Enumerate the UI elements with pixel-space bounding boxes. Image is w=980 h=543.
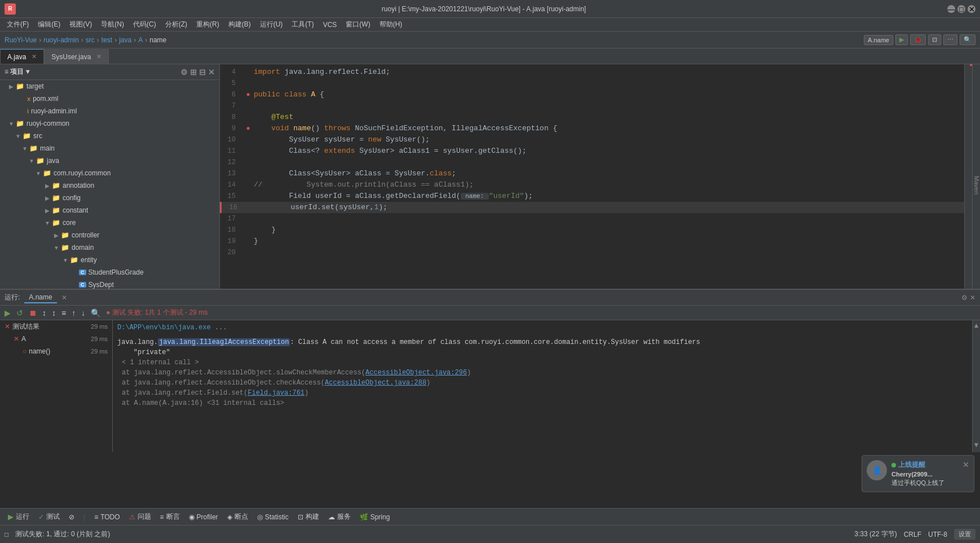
menu-item-n[interactable]: 导航(N): [96, 19, 129, 30]
sidebar-icon-expand[interactable]: ⊞: [190, 68, 197, 77]
maven-side-panel[interactable]: Maven: [972, 64, 980, 307]
status-settings-btn[interactable]: 设置: [954, 529, 975, 540]
menu-item-c[interactable]: 代码(C): [129, 19, 161, 30]
status-line-ending[interactable]: CRLF: [904, 531, 921, 538]
breadcrumb-src[interactable]: src: [86, 36, 95, 44]
link-accessible-object-296[interactable]: AccessibleObject.java:296: [365, 369, 467, 377]
run-stop-btn[interactable]: ⏹: [27, 307, 39, 319]
tree-item-src[interactable]: ▼ 📁 src: [0, 130, 219, 142]
tool-stop[interactable]: ⊘: [65, 512, 78, 522]
tree-item-com-ruoyi[interactable]: ▼ 📁 com.ruoyi.common: [0, 167, 219, 179]
breadcrumb-ruoyi-vue[interactable]: RuoYi-Vue: [5, 36, 37, 44]
sidebar-icon-gear[interactable]: ⚙: [180, 68, 188, 77]
run-toolbar: ▶ ↺ ⏹ ↕ ↕ ≡ ↑ ↓ 🔍 ● 测试 失败: 1共 1 个测试 - 29…: [0, 306, 980, 320]
more-actions-button[interactable]: ⋯: [943, 34, 957, 45]
tree-item-entity[interactable]: ▼ 📁 entity: [0, 254, 219, 266]
tool-todo[interactable]: ≡ TODO: [91, 512, 123, 522]
debug-button[interactable]: 🐞: [910, 34, 926, 45]
sidebar-icon-collapse[interactable]: ⊟: [199, 68, 206, 77]
run-button[interactable]: ▶: [895, 34, 908, 45]
panel-close-icon[interactable]: ✕: [970, 294, 975, 302]
coverage-button[interactable]: ⊡: [928, 34, 941, 45]
tree-item-config[interactable]: ▶ 📁 config: [0, 192, 219, 204]
menu-item-z[interactable]: 分析(Z): [161, 19, 192, 30]
status-position[interactable]: 3:33 (22 字节): [854, 529, 897, 539]
run-up-btn[interactable]: ↑: [69, 307, 78, 319]
tool-profiler[interactable]: ◉ Profiler: [186, 512, 222, 522]
run-tab-close[interactable]: ✕: [61, 294, 67, 302]
status-checkbox[interactable]: □: [5, 531, 8, 538]
search-button[interactable]: 🔍: [960, 34, 975, 45]
maximize-button[interactable]: □: [957, 5, 965, 13]
close-button[interactable]: ✕: [968, 5, 975, 13]
result-name-method[interactable]: ○ name() 29 ms: [0, 345, 112, 357]
tree-item-core[interactable]: ▼ 📁 core: [0, 217, 219, 229]
tool-statistic[interactable]: ◎ Statistic: [254, 512, 292, 522]
tree-item-main[interactable]: ▼ 📁 main: [0, 142, 219, 154]
breadcrumb-test[interactable]: test: [101, 36, 112, 44]
breadcrumb-a[interactable]: A: [138, 36, 143, 44]
tree-item-annotation[interactable]: ▶ 📁 annotation: [0, 179, 219, 192]
tree-item-constant[interactable]: ▶ 📁 constant: [0, 204, 219, 217]
tree-item-domain[interactable]: ▼ 📁 domain: [0, 241, 219, 254]
tool-service[interactable]: ☁ 服务: [325, 511, 354, 523]
tool-breakpoints[interactable]: ◈ 断点: [224, 511, 251, 523]
scroll-up-btn[interactable]: ▲: [973, 321, 980, 329]
run-play-btn[interactable]: ▶: [2, 307, 13, 319]
output-panel[interactable]: D:\APP\env\bin\java.exe ... java.lang.ja…: [113, 320, 972, 452]
run-search-btn[interactable]: 🔍: [89, 307, 103, 319]
menu-item-vcs[interactable]: VCS: [319, 20, 342, 30]
tab-ajava[interactable]: A.java ✕: [0, 49, 44, 64]
breadcrumb-name[interactable]: name: [149, 36, 166, 44]
breadcrumb-java[interactable]: java: [119, 36, 131, 44]
tree-item-controller[interactable]: ▶ 📁 controller: [0, 229, 219, 241]
breadcrumb-ruoyi-admin[interactable]: ruoyi-admin: [43, 36, 79, 44]
minimize-button[interactable]: —: [947, 5, 955, 13]
menu-item-b[interactable]: 构建(B): [224, 19, 255, 30]
result-a[interactable]: ✕ A 29 ms: [0, 333, 112, 345]
tool-problems[interactable]: ⚠ 问题: [126, 511, 154, 523]
tree-item-studentplusgrade[interactable]: C StudentPlusGrade: [0, 266, 219, 279]
tree-item-java[interactable]: ▼ 📁 java: [0, 154, 219, 167]
run-down-btn[interactable]: ↓: [79, 307, 87, 319]
run-filter-btn[interactable]: ≡: [59, 307, 68, 319]
status-encoding[interactable]: UTF-8: [928, 531, 947, 538]
menu-item-v[interactable]: 视图(V): [65, 19, 96, 30]
tree-item-iml[interactable]: i ruoyi-admin.iml: [0, 105, 219, 117]
menu-item-w[interactable]: 窗口(W): [341, 19, 374, 30]
tool-assertion[interactable]: ≡ 断言: [157, 511, 183, 523]
editor-content[interactable]: 4 import java.lang.reflect.Field; 5 6 ●: [220, 64, 972, 307]
menu-item-t[interactable]: 工具(T): [287, 19, 318, 30]
link-field-761[interactable]: Field.java:761: [248, 389, 304, 397]
menu-item-r[interactable]: 重构(R): [192, 19, 224, 30]
output-stack-4: at A.name(A.java:16) <31 internal calls>: [117, 398, 968, 408]
tree-item-pomxml[interactable]: x pom.xml: [0, 92, 219, 105]
tree-item-target[interactable]: ▶ 📁 target: [0, 80, 219, 92]
run-config-btn[interactable]: A.name: [864, 35, 893, 45]
status-fail-text[interactable]: 测试失败: 1, 通过: 0 (片刻 之前): [15, 529, 110, 539]
notification-close-btn[interactable]: ✕: [963, 460, 969, 469]
scroll-down-btn[interactable]: ▼: [973, 441, 980, 449]
run-tree-btn[interactable]: ↕: [40, 307, 48, 319]
tool-sep1: |: [80, 512, 89, 522]
tool-spring[interactable]: 🌿 Spring: [356, 512, 394, 522]
tool-build[interactable]: ⊡ 构建: [294, 511, 323, 523]
menu-item-u[interactable]: 运行(U): [255, 19, 288, 30]
link-accessible-object-288[interactable]: AccessibleObject.java:288: [325, 379, 426, 387]
notification-text: 上线提醒 Cherry(2909... 通过手机QQ上线了: [891, 460, 958, 487]
menu-item-e[interactable]: 编辑(E): [33, 19, 65, 30]
sidebar-icon-close[interactable]: ✕: [208, 68, 215, 77]
run-tab-name[interactable]: A.name: [24, 292, 56, 303]
run-rerun-btn[interactable]: ↺: [14, 307, 25, 319]
menu-item-f[interactable]: 文件(F): [2, 19, 33, 30]
tab-ajava-close[interactable]: ✕: [32, 53, 37, 60]
tool-test[interactable]: ✓ 测试: [35, 511, 63, 523]
panel-settings-icon[interactable]: ⚙: [961, 294, 968, 302]
tab-sysuser[interactable]: SysUser.java ✕: [44, 49, 109, 64]
run-sort-btn[interactable]: ↕: [50, 307, 58, 319]
tab-sysuser-close[interactable]: ✕: [96, 53, 101, 60]
result-test-results[interactable]: ✕ 测试结果 29 ms: [0, 320, 112, 333]
tool-run[interactable]: ▶ 运行: [5, 511, 33, 523]
tree-item-ruoyi-common[interactable]: ▼ 📁 ruoyi-common: [0, 117, 219, 130]
menu-item-h[interactable]: 帮助(H): [375, 19, 407, 30]
